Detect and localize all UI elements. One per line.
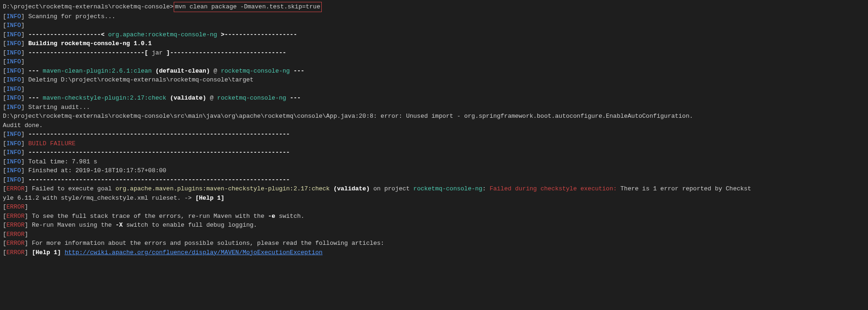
log-line: [INFO] Total time: 7.981 s xyxy=(3,157,865,167)
finished-at: Finished at: 2019-10-18T10:17:57+08:00 xyxy=(25,167,166,174)
log-line: [INFO] Finished at: 2019-10-18T10:17:57+… xyxy=(3,166,865,175)
error-line: [ERROR] [Help 1] http://cwiki.apache.org… xyxy=(3,248,865,257)
error-line: [ERROR] Failed to execute goal org.apach… xyxy=(3,184,865,194)
plugin-name: maven-clean-plugin:2.6.1:clean xyxy=(43,67,152,74)
error-line: [ERROR] To see the full stack trace of t… xyxy=(3,212,865,221)
info-tag: INFO xyxy=(7,140,21,147)
error-line: [ERROR] For more information about the e… xyxy=(3,239,865,248)
artifact-id: org.apache:rocketmq-console-ng xyxy=(108,31,217,38)
help-link[interactable]: http://cwiki.apache.org/confluence/displ… xyxy=(65,249,323,256)
help-ref: [Help 1] xyxy=(32,249,61,256)
error-line: [ERROR] xyxy=(3,230,865,239)
deleting-text: Deleting D:\project\rocketmq-externals\r… xyxy=(25,76,253,83)
info-tag: INFO xyxy=(7,149,21,156)
error-tag: ERROR xyxy=(7,213,25,220)
info-tag: INFO xyxy=(7,104,21,111)
error-tag: ERROR xyxy=(7,203,25,210)
info-tag: INFO xyxy=(7,131,21,138)
switch-x: -X xyxy=(115,222,123,229)
error-line: [ERROR] xyxy=(3,202,865,212)
error-tag: ERROR xyxy=(7,231,25,238)
log-line: [INFO] --- maven-clean-plugin:2.6.1:clea… xyxy=(3,67,865,76)
build-failure: BUILD FAILURE xyxy=(25,140,75,147)
log-text: Scanning for projects... xyxy=(25,13,115,20)
info-tag: INFO xyxy=(7,76,21,83)
project-name: rocketmq-console-ng xyxy=(414,185,482,192)
terminal-output[interactable]: D:\project\rocketmq-externals\rocketmq-c… xyxy=(3,2,865,257)
error-tag: ERROR xyxy=(7,222,25,229)
info-tag: INFO xyxy=(7,167,21,174)
log-line: [INFO] ---------------------------------… xyxy=(3,130,865,139)
log-line: [INFO] Building rocketmq-console-ng 1.0.… xyxy=(3,39,865,48)
log-line: [INFO] ---------------------------------… xyxy=(3,175,865,185)
error-tag: ERROR xyxy=(7,185,25,192)
help-ref: [Help 1] xyxy=(195,195,224,202)
info-tag: INFO xyxy=(7,94,21,101)
log-line: [INFO] ---------------------------------… xyxy=(3,148,865,157)
info-tag: INFO xyxy=(7,176,21,183)
log-line: [INFO] xyxy=(3,57,865,67)
project-name: rocketmq-console-ng xyxy=(217,94,286,101)
error-line-cont: yle 6.11.2 with style/rmq_checkstyle.xml… xyxy=(3,194,865,203)
info-tag: INFO xyxy=(7,22,21,29)
prompt-path: D:\project\rocketmq-externals\rocketmq-c… xyxy=(3,3,174,10)
info-tag: INFO xyxy=(7,13,21,20)
log-line: [INFO] Starting audit... xyxy=(3,103,865,112)
error-java-line: D:\project\rocketmq-externals\rocketmq-c… xyxy=(3,112,865,121)
log-line: [INFO] --------------------< org.apache:… xyxy=(3,30,865,40)
more-info: For more information about the errors an… xyxy=(28,240,385,247)
log-line: [INFO] xyxy=(3,85,865,94)
info-tag: INFO xyxy=(7,40,21,47)
info-tag: INFO xyxy=(7,158,21,165)
prompt-line: D:\project\rocketmq-externals\rocketmq-c… xyxy=(3,2,865,12)
project-name: rocketmq-console-ng xyxy=(221,67,290,74)
error-tag: ERROR xyxy=(7,249,25,256)
build-failure-line: [INFO] BUILD FAILURE xyxy=(3,139,865,148)
info-tag: INFO xyxy=(7,31,21,38)
log-line: [INFO] xyxy=(3,21,865,30)
info-tag: INFO xyxy=(7,58,21,65)
audit-start: Starting audit... xyxy=(25,104,90,111)
info-tag: INFO xyxy=(7,86,21,93)
plugin-name: maven-checkstyle-plugin:2.17:check xyxy=(43,94,166,101)
info-tag: INFO xyxy=(7,49,21,56)
log-line: [INFO] --------------------------------[… xyxy=(3,48,865,58)
fail-reason: Failed during checkstyle execution: xyxy=(489,185,617,192)
log-line: [INFO] --- maven-checkstyle-plugin:2.17:… xyxy=(3,94,865,103)
command-highlight: mvn clean package -Dmaven.test.skip=true xyxy=(174,2,322,12)
building-text: Building rocketmq-console-ng 1.0.1 xyxy=(25,40,152,47)
log-line: [INFO] Scanning for projects... xyxy=(3,12,865,21)
switch-e: -e xyxy=(268,213,276,220)
error-tag: ERROR xyxy=(7,240,25,247)
error-line: [ERROR] Re-run Maven using the -X switch… xyxy=(3,221,865,230)
total-time: Total time: 7.981 s xyxy=(25,158,97,165)
info-tag: INFO xyxy=(7,67,21,74)
plugin-goal: org.apache.maven.plugins:maven-checkstyl… xyxy=(115,185,330,192)
log-line: [INFO] Deleting D:\project\rocketmq-exte… xyxy=(3,75,865,85)
audit-done-line: Audit done. xyxy=(3,121,865,130)
